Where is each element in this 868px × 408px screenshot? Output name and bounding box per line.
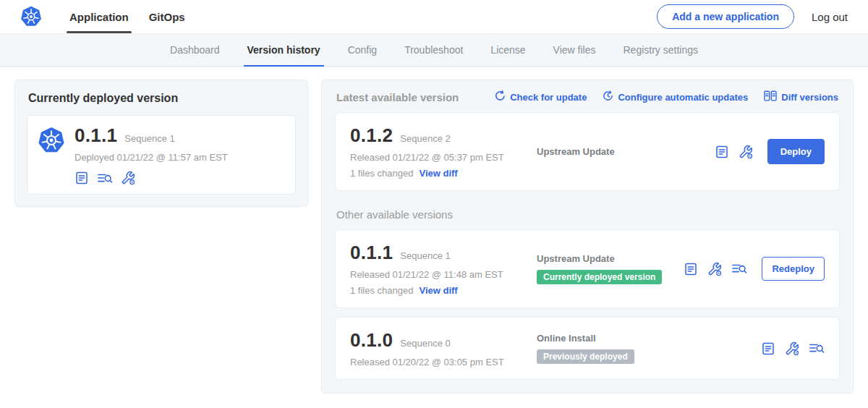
subnav-tab-label: Troubleshoot [404, 44, 463, 56]
deployed-version-card: 0.1.1 Sequence 1 Deployed 01/21/22 @ 11:… [27, 115, 296, 195]
version-number: 0.1.2 [350, 124, 393, 147]
diff-versions-label: Diff versions [781, 92, 838, 103]
subnav-tab-dashboard[interactable]: Dashboard [156, 34, 234, 66]
version-source: Upstream Update [537, 146, 707, 157]
currently-deployed-badge: Currently deployed version [537, 270, 662, 284]
tab-gitops-label: GitOps [149, 11, 185, 23]
released-timestamp: Released 01/21/22 @ 11:48 am EST [350, 269, 537, 280]
other-versions-title: Other available versions [335, 208, 840, 221]
subnav-tab-label: Version history [247, 44, 320, 56]
version-sequence: Sequence 2 [400, 133, 450, 144]
version-card-0-1-1: 0.1.1 Sequence 1 Released 01/21/22 @ 11:… [335, 229, 840, 308]
previously-deployed-badge: Previously deployed [537, 349, 634, 364]
subnav-tab-label: Config [348, 44, 377, 56]
add-application-button[interactable]: Add a new application [657, 4, 794, 29]
released-timestamp: Released 01/21/22 @ 05:37 pm EST [350, 152, 537, 163]
subnav-tab-view-files[interactable]: View files [540, 34, 610, 66]
deployed-version-details: 0.1.1 Sequence 1 Deployed 01/21/22 @ 11:… [75, 124, 228, 185]
subnav-tab-label: License [490, 44, 525, 56]
edit-config-icon[interactable] [707, 262, 722, 276]
files-changed-label: 1 files changed [350, 285, 413, 296]
diff-icon[interactable] [97, 171, 113, 185]
version-history-panel: Latest available version Check for updat… [321, 80, 854, 394]
app-subnav: Dashboard Version history Config Trouble… [0, 33, 868, 67]
latest-version-title: Latest available version [336, 91, 459, 103]
version-card-latest: 0.1.2 Sequence 2 Released 01/21/22 @ 05:… [335, 112, 840, 191]
deployed-panel-title: Currently deployed version [28, 92, 296, 105]
release-notes-icon[interactable] [684, 262, 698, 276]
diff-icon[interactable] [731, 262, 747, 276]
subnav-tab-label: Registry settings [624, 44, 698, 56]
app-kubernetes-icon [38, 127, 65, 185]
edit-config-icon[interactable] [739, 145, 753, 159]
logout-link[interactable]: Log out [812, 11, 848, 23]
view-diff-link[interactable]: View diff [419, 285, 457, 296]
subnav-tab-troubleshoot[interactable]: Troubleshoot [391, 34, 477, 66]
release-notes-icon[interactable] [75, 171, 89, 185]
edit-config-icon[interactable] [121, 171, 135, 185]
view-diff-link[interactable]: View diff [419, 168, 457, 179]
version-sequence: Sequence 0 [400, 338, 450, 349]
deployed-version-number: 0.1.1 [75, 124, 117, 147]
subnav-tab-license[interactable]: License [477, 34, 539, 66]
kubernetes-logo-icon[interactable] [20, 0, 42, 33]
version-number: 0.1.1 [350, 242, 393, 264]
version-source: Upstream Update [537, 253, 676, 264]
diff-versions-button[interactable]: Diff versions [764, 90, 838, 103]
version-card-0-1-0: 0.1.0 Sequence 0 Released 01/20/22 @ 03:… [335, 317, 840, 380]
diff-icon[interactable] [809, 341, 825, 355]
deployed-timestamp: Deployed 01/21/22 @ 11:57 am EST [75, 152, 228, 163]
released-timestamp: Released 01/20/22 @ 03:05 pm EST [350, 357, 537, 367]
currently-deployed-panel: Currently deployed version [14, 80, 308, 207]
clock-refresh-icon [603, 90, 613, 103]
top-navbar: Application GitOps Add a new application… [0, 0, 868, 33]
tab-application-label: Application [69, 11, 129, 23]
subnav-tab-label: Dashboard [170, 44, 220, 56]
subnav-tab-version-history[interactable]: Version history [234, 34, 334, 66]
version-number: 0.1.0 [350, 329, 393, 352]
check-for-update-button[interactable]: Check for update [495, 90, 587, 103]
tab-application[interactable]: Application [59, 0, 139, 33]
release-notes-icon[interactable] [715, 145, 729, 159]
version-sequence: Sequence 1 [400, 250, 450, 261]
files-changed-label: 1 files changed [350, 168, 413, 179]
version-source: Online Install [537, 333, 754, 344]
subnav-tab-label: View files [553, 44, 596, 56]
configure-automatic-updates-button[interactable]: Configure automatic updates [603, 90, 748, 103]
edit-config-icon[interactable] [785, 341, 799, 356]
release-notes-icon[interactable] [761, 341, 775, 356]
subnav-tab-config[interactable]: Config [334, 34, 391, 66]
tab-gitops[interactable]: GitOps [139, 0, 195, 33]
check-for-update-label: Check for update [510, 92, 587, 103]
configure-automatic-updates-label: Configure automatic updates [618, 92, 748, 103]
main-content: Currently deployed version [0, 67, 868, 407]
redeploy-button[interactable]: Redeploy [762, 257, 825, 281]
subnav-tab-registry-settings[interactable]: Registry settings [610, 34, 712, 66]
deploy-button[interactable]: Deploy [767, 139, 825, 164]
deployed-sequence: Sequence 1 [124, 133, 174, 144]
refresh-icon [495, 90, 506, 103]
main-nav-tabs: Application GitOps [59, 0, 195, 33]
diff-versions-icon [764, 90, 777, 103]
